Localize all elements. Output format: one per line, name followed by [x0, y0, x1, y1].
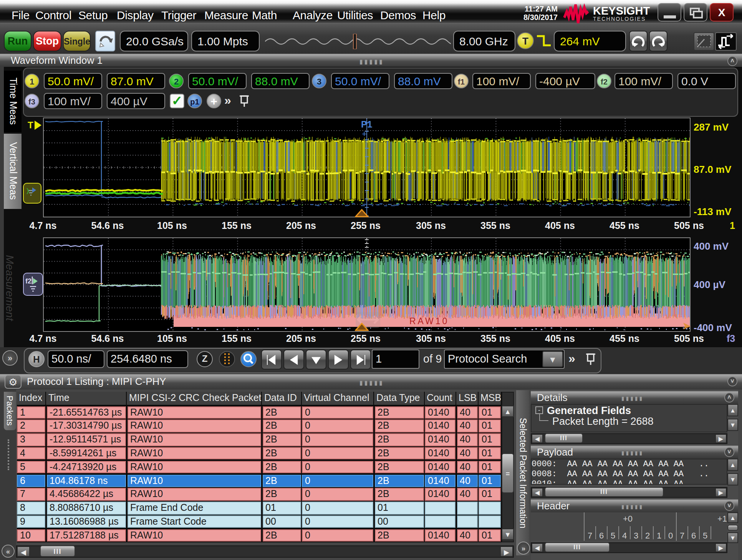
svg-text:RAW10: RAW10: [409, 316, 449, 326]
svg-text:f2: f2: [25, 277, 31, 285]
